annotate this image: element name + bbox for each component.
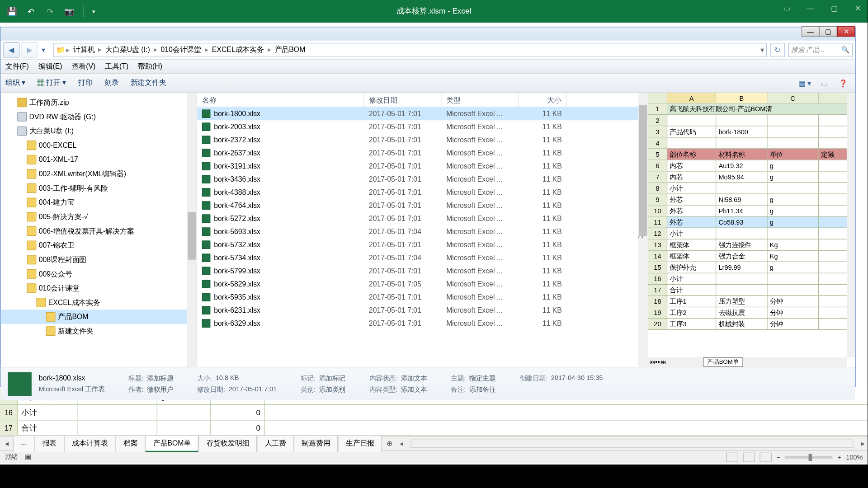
breadcrumb-dropdown-icon[interactable]: ▾ xyxy=(760,46,764,54)
preview-row[interactable]: 6内芯Au19.32g xyxy=(648,160,855,172)
view-pagelayout-icon[interactable] xyxy=(743,452,755,462)
close-icon[interactable]: ✕ xyxy=(851,2,865,14)
hscroll-left-icon[interactable]: ◂ xyxy=(396,439,406,447)
file-row[interactable]: bork-2637.xlsx2017-05-01 7:01Microsoft E… xyxy=(197,146,647,160)
details-category[interactable]: 添加类别 xyxy=(319,385,345,394)
tree-item[interactable]: 007-锦衣卫 xyxy=(0,238,197,253)
sheet-tab[interactable]: ... xyxy=(13,435,34,452)
menu-item[interactable]: 查看(V) xyxy=(72,61,96,71)
details-title[interactable]: 添加标题 xyxy=(147,374,173,383)
nav-back-icon[interactable]: ◀ xyxy=(3,42,20,57)
preview-row[interactable]: 18工序1压力塑型分钟 xyxy=(648,296,855,307)
file-row[interactable]: bork-4388.xlsx2017-05-01 7:01Microsoft E… xyxy=(197,186,647,199)
redo-icon[interactable]: ↷ xyxy=(43,4,57,19)
file-row[interactable]: bork-5799.xlsx2017-05-01 7:01Microsoft E… xyxy=(197,264,647,277)
breadcrumb-item[interactable]: EXCEL成本实务 xyxy=(210,45,267,53)
tree-item[interactable]: 000-EXCEL xyxy=(0,138,197,153)
help-icon[interactable]: ❓ xyxy=(836,76,850,89)
breadcrumb-item[interactable]: 产品BOM xyxy=(272,45,307,53)
tab-nav-first-icon[interactable]: ◂ xyxy=(0,439,13,447)
details-subject[interactable]: 指定主题 xyxy=(469,374,495,383)
preview-row[interactable]: 19工序2去磁抗震分钟 xyxy=(648,307,855,319)
sheet-tab[interactable]: 制造费用 xyxy=(294,435,338,452)
sheet-tab[interactable]: 成本计算表 xyxy=(64,435,115,452)
preview-row[interactable]: 16小计 xyxy=(648,273,855,285)
zoom-slider[interactable] xyxy=(785,456,832,458)
view-options-icon[interactable]: ▤ ▾ xyxy=(798,76,812,89)
sheet-tab[interactable]: 人工费 xyxy=(257,435,294,452)
file-row[interactable]: bork-2003.xlsx2017-05-01 7:01Microsoft E… xyxy=(197,120,647,133)
file-row[interactable]: bork-3436.xlsx2017-05-01 7:01Microsoft E… xyxy=(197,173,647,186)
worksheet-row[interactable]: 16小计0 xyxy=(0,405,868,420)
preview-row[interactable]: 17合计 xyxy=(648,285,855,296)
preview-sheet-tab[interactable]: 产品BOM单 xyxy=(703,357,743,367)
tree-item[interactable]: 产品BOM xyxy=(0,310,197,324)
tree-item[interactable]: 004-建力宝 xyxy=(0,195,197,210)
details-remark[interactable]: 添加备注 xyxy=(469,385,495,394)
zoom-out-icon[interactable]: − xyxy=(776,454,780,461)
file-row[interactable]: bork-5935.xlsx2017-05-01 7:01Microsoft E… xyxy=(197,291,647,304)
file-row[interactable]: bork-6329.xlsx2017-05-01 7:01Microsoft E… xyxy=(197,317,647,330)
undo-icon[interactable]: ↶ xyxy=(24,4,38,19)
add-sheet-icon[interactable]: ⊕ xyxy=(382,439,396,447)
print-button[interactable]: 打印 xyxy=(78,78,93,88)
view-pagebreak-icon[interactable] xyxy=(760,452,771,462)
tree-item[interactable]: 新建文件夹 xyxy=(0,324,197,338)
tree-item[interactable]: 005-解决方案-√ xyxy=(0,210,197,224)
camera-icon[interactable]: 📷 xyxy=(62,4,76,19)
view-normal-icon[interactable] xyxy=(726,452,738,462)
file-list-header[interactable]: 名称 修改日期 类型 大小 xyxy=(197,93,647,108)
menu-item[interactable]: 帮助(H) xyxy=(138,61,162,71)
file-row[interactable]: bork-2372.xlsx2017-05-01 7:01Microsoft E… xyxy=(197,133,647,146)
worksheet-row[interactable]: 17合计0 xyxy=(0,421,868,436)
details-tag[interactable]: 添加标记 xyxy=(319,374,345,383)
explorer-titlebar[interactable]: — ▢ ✕ xyxy=(0,28,855,41)
sheet-tab[interactable]: 报表 xyxy=(34,435,64,452)
file-row[interactable]: bork-5732.xlsx2017-05-01 7:01Microsoft E… xyxy=(197,238,647,251)
tree-item[interactable]: 大白菜U盘 (I:) xyxy=(0,124,197,138)
details-content-status[interactable]: 添加文本 xyxy=(401,374,427,383)
zoom-level[interactable]: 100% xyxy=(846,454,863,461)
sheet-tab[interactable]: 产品BOM单 xyxy=(146,435,199,452)
tree-item[interactable]: 工作简历.zip xyxy=(0,95,197,110)
preview-scrollbar-v[interactable] xyxy=(847,93,855,357)
file-row[interactable]: bork-6231.xlsx2017-05-01 7:01Microsoft E… xyxy=(197,304,647,317)
menu-item[interactable]: 工具(T) xyxy=(105,61,128,71)
preview-row[interactable]: 11外芯Co58.93g xyxy=(648,217,855,228)
column-size[interactable]: 大小 xyxy=(519,93,566,107)
tree-scrollbar[interactable] xyxy=(187,93,197,367)
file-row[interactable]: bork-4764.xlsx2017-05-01 7:01Microsoft E… xyxy=(197,199,647,212)
column-date[interactable]: 修改日期 xyxy=(364,93,441,107)
breadcrumb-item[interactable]: 计算机 xyxy=(71,45,97,53)
preview-row[interactable]: 15保护外壳Lr99.99g xyxy=(648,262,855,273)
nav-forward-icon[interactable]: ▶ xyxy=(21,42,38,57)
tree-item[interactable]: 009公众号 xyxy=(0,267,197,281)
file-row[interactable]: bork-1800.xlsx2017-05-01 7:01Microsoft E… xyxy=(197,107,647,120)
save-icon[interactable]: 💾 xyxy=(5,4,19,19)
file-row[interactable]: bork-3191.xlsx2017-05-01 7:01Microsoft E… xyxy=(197,160,647,173)
preview-row[interactable]: 14框架体强力合金Kg xyxy=(648,251,855,262)
minimize-icon[interactable]: — xyxy=(803,2,818,14)
menu-item[interactable]: 文件(F) xyxy=(5,61,29,71)
tree-item[interactable]: 002-XMLwriter(XML编辑器) xyxy=(0,167,197,181)
open-button[interactable]: ▦ 打开 ▾ xyxy=(37,78,66,88)
sheet-tab[interactable]: 生产日报 xyxy=(338,435,382,452)
preview-row[interactable]: 7内芯Mo95.94g xyxy=(648,172,855,183)
file-row[interactable]: bork-5272.xlsx2017-05-01 7:01Microsoft E… xyxy=(197,212,647,225)
maximize-icon[interactable]: ▢ xyxy=(827,2,841,14)
preview-row[interactable]: 10外芯Pb11.34g xyxy=(648,206,855,217)
details-content-type[interactable]: 添加文本 xyxy=(401,385,427,394)
search-input[interactable]: 搜索 产品... 🔍 xyxy=(788,42,853,57)
preview-row[interactable]: 9外芯Ni58.69g xyxy=(648,194,855,206)
burn-button[interactable]: 刻录 xyxy=(104,78,119,88)
preview-row[interactable]: 20工序3机械封装分钟 xyxy=(648,319,855,330)
explorer-minimize-icon[interactable]: — xyxy=(802,26,820,37)
qat-customize-icon[interactable]: ▾ xyxy=(86,4,101,19)
horizontal-scrollbar[interactable] xyxy=(411,439,854,447)
tree-item[interactable]: DVD RW 驱动器 (G:) xyxy=(0,110,197,124)
macro-record-icon[interactable]: ▣ xyxy=(25,453,31,461)
tree-item[interactable]: 006-增值税发票开具-解决方案 xyxy=(0,224,197,239)
nav-history-icon[interactable]: ▾ xyxy=(39,42,48,57)
breadcrumb[interactable]: 📁 ▸ 计算机▸大白菜U盘 (I:)▸010会计课堂▸EXCEL成本实务▸产品B… xyxy=(53,42,767,57)
preview-row[interactable]: 8小计 xyxy=(648,183,855,194)
